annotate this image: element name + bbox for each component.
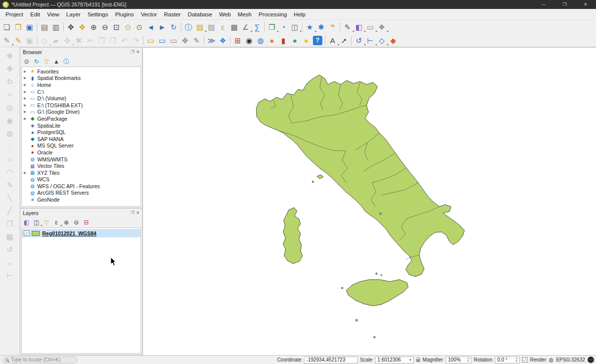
menu-plugins[interactable]: Plugins [112,10,138,19]
new-3d-map-view-button-dropdown[interactable]: ▾ [300,29,301,33]
menu-raster[interactable]: Raster [160,10,184,19]
browser-item-g-google-drive[interactable]: ▶▭G:\ (Google Drive) [22,109,141,116]
menu-help[interactable]: Help [291,10,309,19]
browser-item-wcs[interactable]: ◍WCS [22,176,141,183]
plugin-manager-button[interactable]: ❖ [217,35,228,46]
browser-item-geopackage[interactable]: ▶◆GeoPackage [22,115,141,122]
rotation-spinbox[interactable]: 0.0 ° ▴ ▾ [495,357,520,364]
map-tips-button[interactable]: ❝ [327,21,338,33]
zoom-in-button[interactable]: ⊕ [88,21,99,33]
vector-geometry-tools-button[interactable]: ↺▾ [353,35,365,46]
browser-properties-button[interactable]: ⓘ [62,57,71,66]
expand-arrow-icon[interactable]: ▶ [24,103,28,107]
trim-extend-button[interactable]: ⊢▾ [365,35,376,46]
browser-item-postgresql[interactable]: ●PostgreSQL [22,129,141,136]
browser-item-wms-wmts[interactable]: ◍WMS/WMTS [22,156,141,163]
crs-value[interactable]: EPSG:32632 [556,357,585,363]
quickmapservices-button[interactable]: ◍ [255,35,266,46]
project-toolbar-extra-button[interactable]: ❖▾ [376,21,387,33]
menu-project[interactable]: Project [2,10,27,19]
new-print-layout-button[interactable]: ▤ [39,21,50,33]
spin-down-icon[interactable]: ▾ [467,360,469,363]
browser-filter-button[interactable]: ▽ [42,57,51,66]
expand-arrow-icon[interactable]: ▶ [24,90,28,94]
browser-item-geonode[interactable]: ✳GeoNode [22,196,141,203]
menu-layer[interactable]: Layer [63,10,84,19]
menu-mesh[interactable]: Mesh [234,10,255,19]
temporal-controller-button[interactable]: ◔ [278,21,289,33]
magnifier-spinbox[interactable]: 100% ▴ ▾ [446,357,471,364]
menu-edit[interactable]: Edit [27,10,44,19]
open-project-button[interactable]: ❐ [12,21,24,33]
browser-item-xyz-tiles[interactable]: ▶▦XYZ Tiles [22,169,141,176]
chevron-down-icon[interactable]: ▾ [409,358,411,362]
layer-visibility-checkbox[interactable]: ✓ [24,230,29,236]
identify-features-button[interactable]: ⓘ [183,21,194,33]
locate-input[interactable]: Type to locate (Ctrl+K) [2,357,77,364]
browser-item-oracle[interactable]: ●Oracle [22,149,141,156]
scale-combo[interactable]: 1:6012306 ▾ [375,357,414,364]
help-contents-button[interactable]: ? [313,36,322,45]
save-project-button[interactable]: ▣ [24,21,35,33]
menu-database[interactable]: Database [184,10,216,19]
new-annotation-button[interactable]: ✎▾ [342,21,353,33]
open-attribute-table-button[interactable]: ▦ [228,21,240,33]
maximize-button[interactable]: ❐ [554,0,575,9]
browser-item-d-volume[interactable]: ▶▭D:\ (Volume) [22,95,141,102]
expand-arrow-icon[interactable]: ▶ [24,83,28,87]
new-3d-map-view-button[interactable]: ◫▾ [289,21,300,33]
processing-toolbox-button[interactable]: ✱ [315,21,327,33]
expand-arrow-icon[interactable]: ▶ [24,96,28,100]
browser-item-wfs-ogc-api-features[interactable]: ◍WFS / OGC API - Features [22,183,141,190]
expand-arrow-icon[interactable]: ▶ [24,171,28,175]
manage-map-themes-button[interactable]: ◫▾ [32,218,41,227]
move-label-button[interactable]: ✥ [179,35,191,46]
layer-panel-group-button[interactable]: ▭▾ [365,21,376,33]
statistical-summary-button[interactable]: ∑ [251,21,263,33]
browser-close-button[interactable]: ✕ [136,50,140,54]
browser-item-sap-hana[interactable]: ◆SAP HANA [22,136,141,143]
browser-search-button[interactable]: ⊙ [22,57,31,66]
browser-item-c[interactable]: ▶▭C:\ [22,88,141,95]
current-edits-button[interactable]: ✎▾ [1,35,12,46]
zoom-last-button[interactable]: ◄ [145,21,156,33]
plugin-yellow-button[interactable]: ● [300,35,312,46]
expand-arrow-icon[interactable]: ▶ [24,110,28,114]
browser-collapse-all-button[interactable]: ▲ [52,57,61,66]
layers-float-button[interactable]: ❐ [131,211,134,215]
expand-arrow-icon[interactable]: ▶ [24,70,28,73]
browser-refresh-button[interactable]: ↻ [32,57,41,66]
browser-item-spatial-bookmarks[interactable]: ▶▮Spatial Bookmarks [22,75,141,82]
zoom-next-button[interactable]: ► [156,21,168,33]
plugin-orange-button[interactable]: ● [266,35,278,46]
deselect-features-button[interactable]: ▨ [206,21,217,33]
new-project-button[interactable]: ❏ [1,21,12,33]
filter-legend-button[interactable]: ▽ [42,218,51,227]
close-button[interactable]: ✕ [575,0,596,9]
spin-down-icon[interactable]: ▾ [516,360,517,363]
expand-all-button[interactable]: ⊕ [62,218,71,227]
layers-close-button[interactable]: ✕ [136,211,140,215]
toggle-editing-button[interactable]: ✎ [12,35,24,46]
style-manager-button[interactable]: ◧▾ [353,21,365,33]
browser-item-home[interactable]: ▶⌂Home [22,81,141,88]
remove-layer-button[interactable]: ⊟ [81,218,91,227]
layer-labeling-button[interactable]: ▭ [145,35,156,46]
georeferencer-button[interactable]: ⊞ [232,35,243,46]
pan-to-selection-button[interactable]: ✥ [76,21,88,33]
browser-item-e-toshiba-ext[interactable]: ▶▭E:\ (TOSHIBA EXT) [22,102,141,109]
zoom-to-layer-button[interactable]: ⊙ [134,21,145,33]
move-annotation-button[interactable]: ➚ [338,35,350,46]
browser-item-arcgis-rest-servers[interactable]: ◍ArcGIS REST Servers [22,190,141,197]
new-map-view-button[interactable]: ❒▾ [266,21,278,33]
python-console-button[interactable]: ≫ [206,35,217,46]
layer-row-reg01012021-wgs84[interactable]: ✓Reg01012021_WGS84 [22,229,141,237]
plugin-compass-button[interactable]: ◆ [387,35,399,46]
zoom-out-button[interactable]: ⊖ [99,21,111,33]
menu-settings[interactable]: Settings [84,10,112,19]
layer-diagram-button[interactable]: ▭ [156,35,168,46]
expand-arrow-icon[interactable]: ▶ [24,76,28,80]
render-checkbox[interactable]: ✓ [522,357,527,363]
browser-item-spatialite[interactable]: ◈SpatiaLite [22,122,141,129]
browser-item-favorites[interactable]: ▶★Favorites [22,68,141,75]
